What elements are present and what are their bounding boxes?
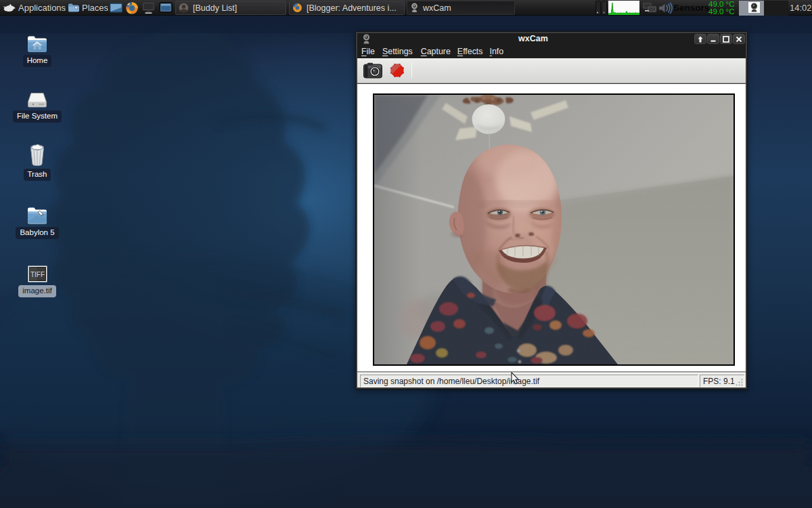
svg-text:TIFF: TIFF [30,271,44,278]
